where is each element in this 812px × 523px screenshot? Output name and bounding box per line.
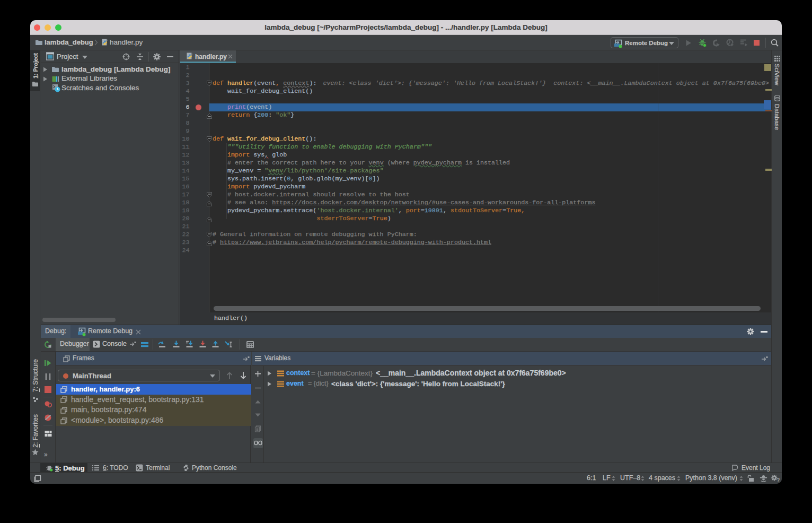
svg-text:?: ? [776, 477, 780, 483]
